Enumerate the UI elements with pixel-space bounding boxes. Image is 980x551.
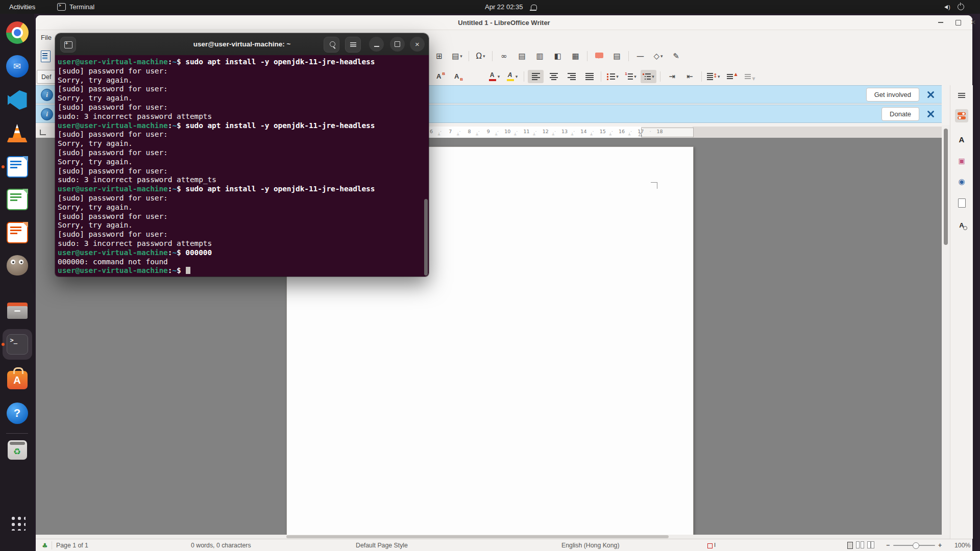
- app-grid-icon: [9, 514, 26, 531]
- terminal-body[interactable]: user@user-virtual-machine:~$ sudo apt in…: [55, 55, 429, 277]
- terminal-cursor[interactable]: [186, 267, 190, 274]
- superscript-button[interactable]: [433, 70, 449, 83]
- new-document-icon[interactable]: [41, 51, 51, 62]
- top-bar: Activities Terminal Apr 22 02:35 ): [0, 0, 980, 14]
- horizontal-scrollbar-thumb[interactable]: [286, 535, 669, 538]
- book-view-button[interactable]: [867, 541, 875, 550]
- word-count[interactable]: 0 words, 0 characters: [191, 539, 251, 551]
- freeform-line-button[interactable]: ✎: [668, 49, 684, 63]
- insert-endnote-button[interactable]: ▥: [532, 49, 548, 63]
- zoom-out-button[interactable]: −: [886, 539, 890, 551]
- insert-footnote-button[interactable]: ▤: [514, 49, 530, 63]
- dock-item-vscode[interactable]: [0, 86, 34, 114]
- line-spacing-button[interactable]: ▾: [705, 70, 722, 83]
- menu-file[interactable]: File: [37, 30, 56, 45]
- terminal-search-button[interactable]: [324, 37, 339, 53]
- terminal-maximize-button[interactable]: [390, 37, 405, 52]
- horizontal-scrollbar[interactable]: [36, 535, 951, 539]
- sidebar-tab-navigator[interactable]: ◉: [955, 175, 968, 188]
- writer-restore-button[interactable]: [953, 18, 963, 27]
- tab-stop-type-selector[interactable]: [40, 130, 46, 135]
- text-language[interactable]: English (Hong Kong): [561, 539, 619, 551]
- dock-item-vlc[interactable]: [0, 119, 34, 147]
- decrease-paragraph-spacing-button[interactable]: [742, 70, 757, 83]
- subscript-button[interactable]: [451, 70, 467, 83]
- align-right-button[interactable]: [564, 70, 579, 83]
- close-notification-icon[interactable]: [926, 90, 935, 98]
- donate-button[interactable]: Donate: [881, 107, 919, 121]
- selection-mode[interactable]: [707, 539, 717, 551]
- terminal-menu-button[interactable]: [345, 37, 361, 53]
- insert-field-button[interactable]: ▤▾: [449, 49, 465, 63]
- font-color-button[interactable]: ▾: [486, 70, 502, 83]
- dock-item-ubuntu-software[interactable]: A: [0, 364, 34, 393]
- page-count[interactable]: Page 1 of 1: [56, 539, 88, 551]
- app-menu[interactable]: Terminal: [57, 0, 94, 14]
- get-involved-button[interactable]: Get involved: [866, 88, 919, 102]
- increase-indent-button[interactable]: ⇥: [664, 70, 680, 83]
- terminal-close-button[interactable]: ×: [410, 37, 425, 52]
- outline-list-button[interactable]: ▾: [641, 70, 656, 83]
- sidebar-settings-icon: [958, 93, 965, 98]
- zoom-slider-knob[interactable]: [913, 542, 919, 549]
- terminal-scrollbar-thumb[interactable]: [424, 199, 428, 276]
- unordered-list-button[interactable]: ▾: [605, 70, 621, 83]
- align-justify-button[interactable]: [581, 70, 597, 83]
- terminal-minimize-button[interactable]: [369, 37, 384, 52]
- strikethrough-button[interactable]: [469, 70, 484, 83]
- align-left-button[interactable]: [528, 70, 544, 83]
- highlighting-color-button[interactable]: ▾: [504, 70, 520, 83]
- sidebar-tab-styles[interactable]: A: [955, 133, 968, 146]
- vertical-scrollbar[interactable]: [942, 125, 950, 539]
- dock-item-libreoffice-calc[interactable]: [0, 185, 34, 214]
- terminal-title-bar[interactable]: user@user-virtual-machine: ~ ×: [55, 33, 429, 56]
- zoom-percentage[interactable]: 100%: [954, 539, 970, 551]
- insert-hyperlink-button[interactable]: ∞: [496, 49, 512, 63]
- dock-item-help[interactable]: ?: [0, 399, 34, 428]
- basic-shapes-button[interactable]: ◇▾: [650, 49, 666, 63]
- dock-item-terminal[interactable]: [0, 330, 34, 359]
- dock-item-libreoffice-impress[interactable]: [0, 218, 34, 247]
- align-center-button[interactable]: [546, 70, 561, 83]
- increase-paragraph-spacing-button[interactable]: [724, 70, 740, 83]
- sidebar-tab-style-inspector[interactable]: A: [955, 218, 968, 232]
- zoom-slider[interactable]: [893, 539, 935, 551]
- single-page-view-button[interactable]: [847, 542, 853, 549]
- zoom-in-button[interactable]: +: [938, 539, 942, 551]
- insert-special-character-button[interactable]: Ω▾: [473, 49, 488, 63]
- terminal-line: [sudo] password for user:: [58, 103, 423, 112]
- writer-close-button[interactable]: ×: [969, 18, 978, 27]
- sidebar-tab-page[interactable]: [955, 196, 968, 210]
- output-text: sudo: 3 incorrect password attempts: [58, 239, 212, 247]
- insert-cross-reference-button[interactable]: ▦: [568, 49, 583, 63]
- sidebar-tab-properties[interactable]: [955, 109, 968, 122]
- insert-page-break-button[interactable]: ⊞: [431, 49, 447, 63]
- new-tab-button[interactable]: [60, 37, 76, 53]
- vertical-scrollbar-thumb[interactable]: [944, 129, 948, 245]
- track-changes-button[interactable]: ▤: [609, 49, 625, 63]
- dock-item-trash[interactable]: ♻: [0, 436, 34, 464]
- ordered-list-button[interactable]: ▾: [623, 70, 639, 83]
- output-text: sudo: 3 incorrect password attempts: [58, 112, 212, 120]
- insert-comment-button[interactable]: [591, 49, 607, 63]
- clock-menu[interactable]: Apr 22 02:35: [485, 0, 537, 14]
- insert-horizontal-line-icon: —: [636, 52, 644, 61]
- sidebar-tab-sidebar-settings[interactable]: [955, 89, 968, 102]
- insert-bookmark-button[interactable]: ◧: [550, 49, 566, 63]
- multi-page-view-button[interactable]: [856, 541, 865, 550]
- insert-horizontal-line-button[interactable]: —: [632, 49, 648, 63]
- close-notification-icon[interactable]: [926, 110, 935, 118]
- activities-button[interactable]: Activities: [9, 0, 35, 14]
- decrease-indent-button[interactable]: ⇤: [682, 70, 698, 83]
- dock-item-thunderbird[interactable]: ✉: [0, 52, 34, 81]
- dock-item-libreoffice-writer[interactable]: [0, 153, 34, 181]
- sidebar-tab-gallery[interactable]: ▣: [955, 154, 968, 167]
- page-style[interactable]: Default Page Style: [356, 539, 408, 551]
- writer-title-bar[interactable]: Untitled 1 - LibreOffice Writer: [36, 15, 972, 30]
- dock-item-gimp[interactable]: [0, 251, 34, 280]
- writer-minimize-button[interactable]: [936, 18, 945, 27]
- dock-item-app-grid[interactable]: [0, 508, 34, 537]
- system-status-menu[interactable]: ): [944, 0, 964, 14]
- dock-item-chrome[interactable]: [0, 18, 34, 47]
- dock-item-files[interactable]: [0, 296, 34, 325]
